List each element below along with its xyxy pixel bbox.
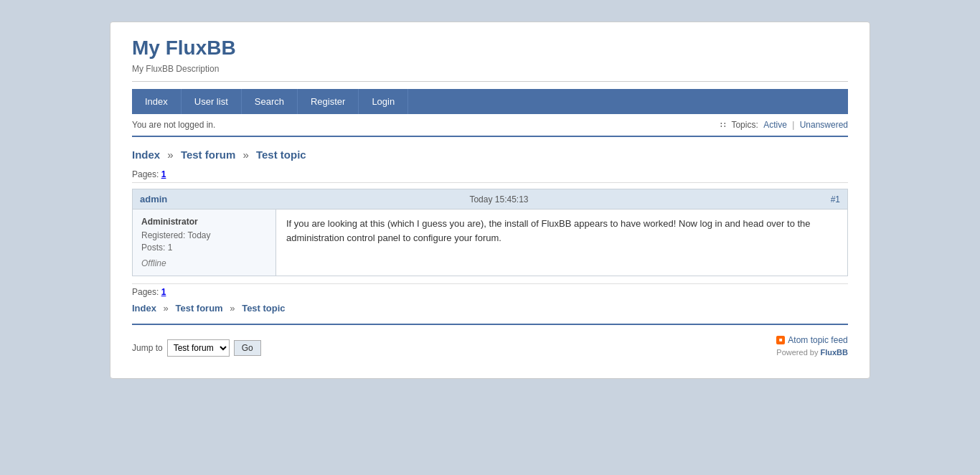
post-user-info: Administrator Registered: Today Posts: 1… [133, 210, 276, 276]
topics-label: Topics: [731, 120, 758, 130]
breadcrumb-bottom-topic[interactable]: Test topic [242, 303, 285, 314]
jump-to-select[interactable]: Test forum [167, 339, 230, 357]
post-header: admin Today 15:45:13 #1 [133, 189, 847, 210]
post-content: If you are looking at this (which I gues… [276, 210, 847, 276]
nav-userlist[interactable]: User list [182, 89, 242, 114]
nav-index[interactable]: Index [132, 89, 182, 114]
site-description: My FluxBB Description [132, 64, 848, 82]
footer-right: ■ Atom topic feed Powered by FluxBB [776, 335, 848, 357]
nav-bar: Index User list Search Register Login [132, 89, 848, 114]
user-registered: Registered: Today [141, 230, 267, 240]
jump-to-label: Jump to [132, 343, 163, 353]
user-role: Administrator [141, 217, 267, 227]
breadcrumb-bottom-index[interactable]: Index [132, 303, 156, 314]
atom-feed-link[interactable]: ■ Atom topic feed [776, 335, 848, 345]
breadcrumb-bottom-forum[interactable]: Test forum [175, 303, 222, 314]
breadcrumb: Index » Test forum » Test topic [132, 149, 848, 161]
topics-links: ∷ Topics: Active | Unanswered [720, 120, 848, 130]
post-num: #1 [831, 194, 840, 204]
atom-icon: ■ [776, 336, 785, 344]
post-container: admin Today 15:45:13 #1 Administrator Re… [132, 189, 848, 276]
breadcrumb-index[interactable]: Index [132, 149, 160, 161]
topics-icon: ∷ [720, 120, 726, 130]
site-title: My FluxBB [132, 37, 848, 60]
pages-bottom: Pages: 1 [132, 283, 848, 297]
breadcrumb-topic: Test topic [256, 149, 306, 161]
footer-bar: Jump to Test forum Go ■ Atom topic feed … [132, 335, 848, 357]
pages-top: Pages: 1 [132, 169, 848, 183]
topics-unanswered-link[interactable]: Unanswered [800, 120, 848, 130]
page-1-link-bottom[interactable]: 1 [161, 287, 166, 297]
login-status: You are not logged in. [132, 120, 215, 130]
user-status: Offline [141, 258, 267, 268]
page-wrapper: My FluxBB My FluxBB Description Index Us… [110, 22, 870, 379]
post-body: Administrator Registered: Today Posts: 1… [133, 210, 847, 276]
nav-search[interactable]: Search [242, 89, 298, 114]
nav-register[interactable]: Register [298, 89, 359, 114]
fluxbb-link[interactable]: FluxBB [821, 348, 849, 357]
post-author: admin [140, 194, 167, 204]
atom-label: Atom topic feed [788, 335, 847, 345]
breadcrumb-forum[interactable]: Test forum [181, 149, 235, 161]
page-1-link-top[interactable]: 1 [161, 169, 166, 179]
nav-login[interactable]: Login [359, 89, 408, 114]
post-time: Today 15:45:13 [469, 194, 528, 204]
powered-by: Powered by FluxBB [776, 348, 848, 357]
topics-active-link[interactable]: Active [763, 120, 787, 130]
breadcrumb-bottom: Index » Test forum » Test topic [132, 303, 848, 325]
status-bar: You are not logged in. ∷ Topics: Active … [132, 114, 848, 137]
jump-go-button[interactable]: Go [234, 340, 261, 356]
user-posts: Posts: 1 [141, 243, 267, 253]
jump-to: Jump to Test forum Go [132, 339, 261, 357]
